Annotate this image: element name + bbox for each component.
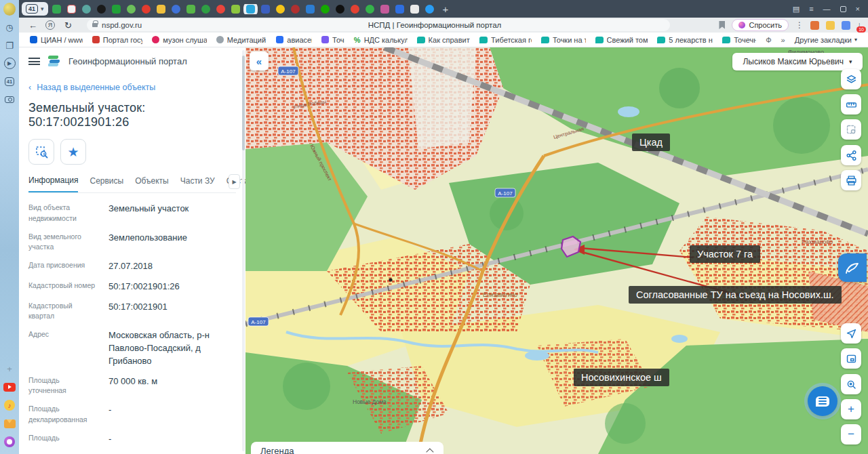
browser-tab[interactable] [172,5,180,14]
bookmark-item[interactable]: %НДС калькулятор [354,36,408,44]
aviasales-icon [276,36,283,43]
extension-icon[interactable] [842,21,850,30]
print-button[interactable] [841,170,861,190]
user-menu[interactable]: Лысиков Максим Юрьевич ▾ [732,53,863,70]
zoom-out-button[interactable]: − [841,424,861,445]
chat-support-button[interactable] [808,386,837,416]
history-icon[interactable]: ◷ [3,21,16,33]
browser-tab-active[interactable] [246,5,255,14]
yandex-music-icon[interactable]: ♪ [3,399,16,411]
browser-tab[interactable] [366,5,374,14]
browser-tab[interactable] [201,5,210,14]
browser-tab[interactable] [112,5,121,14]
browser-tab[interactable] [216,5,225,14]
browser-tab[interactable] [395,5,404,14]
share-button[interactable] [841,145,861,165]
browser-tab[interactable] [142,5,151,14]
add-panel-icon[interactable]: + [3,363,16,375]
browser-tab[interactable] [261,5,270,14]
bookmark-item[interactable]: Тибетская гормо [479,36,532,44]
bookmark-item[interactable]: Как справиться с [417,36,470,44]
browser-tab[interactable] [380,5,389,14]
tabs-panel-icon[interactable]: ❐ [3,39,16,51]
downloads-icon[interactable]: ↓ 10 [857,20,861,30]
measure-ruler-button[interactable] [841,94,861,115]
close-button[interactable]: × [856,5,860,13]
select-area-button[interactable] [841,119,861,140]
layers-button[interactable] [841,69,861,89]
youtube-icon[interactable] [3,381,16,393]
yandex-mail-icon[interactable] [3,417,16,430]
sidebar-toggle-icon[interactable]: ≡ [809,5,813,13]
bookmarks-overflow-icon[interactable]: » [781,36,785,44]
browser-tab[interactable] [186,5,195,14]
menu-kebab-icon[interactable]: ⋮ [795,20,804,30]
legend-panel[interactable]: Легенда [251,442,443,454]
browser-tab[interactable] [276,5,285,14]
bookmark-item[interactable]: музон слушать ка [152,36,206,44]
chevron-up-icon[interactable] [426,448,433,454]
play-icon[interactable]: ▶ [4,58,16,69]
browser-tab[interactable] [351,5,359,14]
browser-tab[interactable] [336,5,344,14]
browser-tab[interactable] [306,5,315,14]
ask-alice-button[interactable]: Спросить [732,19,789,31]
bookmark-letter-icon[interactable]: Ф [766,36,771,44]
bookmark-item[interactable]: авиасейлс [276,36,312,44]
map-canvas[interactable]: А-107 А-107 А-107 Филимоново Рахманово Е… [245,47,868,454]
browser-tab[interactable] [410,5,419,14]
tab-information[interactable]: Информация [28,176,78,192]
minimize-button[interactable]: — [823,5,831,13]
zoom-to-object-button[interactable] [28,139,54,165]
my-location-button[interactable] [841,323,861,344]
bookmark-item[interactable]: Точки на теле [541,36,586,44]
back-link[interactable]: ‹ Назад в выделенные объекты [28,83,236,92]
browser-tab[interactable] [82,5,91,14]
new-tab-button[interactable]: + [443,4,449,14]
panel-icon[interactable]: ▤ [793,5,800,14]
tab-counter-icon[interactable]: 41 [3,75,16,87]
alice-assistant-icon[interactable] [3,436,16,448]
menu-burger-icon[interactable] [28,58,40,65]
tab-list-button[interactable]: 41 ▾ [22,2,48,16]
zoom-in-button[interactable]: + [841,399,861,419]
screenshot-icon[interactable] [3,94,16,106]
bookmark-item[interactable]: Точечный [722,36,756,44]
bookmark-item[interactable]: ЦИАН / www.cian [30,36,83,44]
tab-objects[interactable]: Объекты [135,176,169,192]
back-icon[interactable]: ← [28,20,37,30]
bookmark-icon[interactable] [719,21,725,29]
tabs-scroll-right-button[interactable]: ▶ [229,174,240,189]
bookmark-item[interactable]: 5 лекарств на осн [657,36,713,44]
extension-icon[interactable] [826,21,835,30]
basemap-button[interactable] [841,348,861,369]
search-location-button[interactable] [841,374,861,394]
browser-tab[interactable] [127,5,136,14]
browser-tab[interactable] [67,5,76,14]
bookmark-item[interactable]: Медитаций с Ди [216,36,267,44]
url-text[interactable]: nspd.gov.ru [102,21,142,29]
bookmark-item[interactable]: Точка [321,36,344,44]
tab-services[interactable]: Сервисы [90,176,123,192]
draw-tools-button[interactable] [838,253,867,282]
panel-scrollbar-thumb[interactable] [242,56,245,150]
profile-avatar[interactable] [3,3,16,15]
restore-button[interactable] [840,6,846,12]
tab-parts[interactable]: Части ЗУ [180,176,215,192]
browser-tab[interactable] [52,5,61,14]
reload-icon[interactable]: ↻ [64,20,72,30]
favorite-star-button[interactable]: ★ [60,139,86,165]
browser-tab[interactable] [157,5,165,14]
collapse-panel-button[interactable]: « [250,51,269,70]
other-bookmarks-button[interactable]: Другие закладки▾ [795,36,857,44]
extension-icon[interactable] [810,21,819,30]
bookmark-item[interactable]: Свежий томатны [595,36,648,44]
browser-tab[interactable] [97,5,106,14]
browser-tab[interactable] [425,5,434,14]
browser-tab[interactable] [321,5,330,14]
browser-tab[interactable] [291,5,300,14]
yandex-search-icon[interactable]: Я [45,20,55,30]
browser-tab[interactable] [231,5,240,14]
app-title: Геоинформационный портал [68,56,187,66]
bookmark-item[interactable]: Портал госуслуг [92,36,143,44]
